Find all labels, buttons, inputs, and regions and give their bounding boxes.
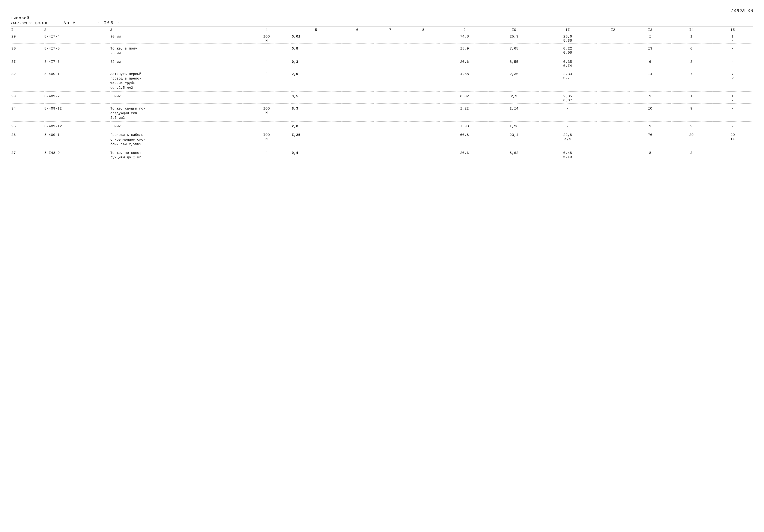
row-num: 32: [11, 71, 44, 91]
proekt-label: проект: [33, 21, 51, 25]
row-spacer: [11, 69, 753, 71]
th-col13: I3: [630, 27, 671, 33]
row-col10: 23,4: [489, 132, 539, 148]
row-col9: 6,02: [440, 93, 489, 103]
row-desc: То же, в полу25 мм: [110, 46, 242, 57]
row-col7: [374, 106, 407, 121]
row-code: 8-409-2: [44, 93, 110, 103]
row-col9: I5,9: [440, 46, 489, 57]
row-desc: То же, каждый по-следующий сеч.2,5 мм2: [110, 106, 242, 121]
row-col15: -: [712, 123, 753, 130]
table-row: 378-I48-9То же, по конст-рукциям до I кг…: [11, 150, 753, 161]
th-col9: 9: [440, 27, 489, 33]
row-col7: [374, 150, 407, 161]
th-col10: IO: [489, 27, 539, 33]
row-num: 33: [11, 93, 44, 103]
table-row: 358-409-I26 мм2"2,0I,38I,26-33-: [11, 123, 753, 130]
row-desc: То же, по конст-рукциям до I кг: [110, 150, 242, 161]
row-desc: 6 мм2: [110, 123, 242, 130]
tipo-sub-label: 214-1-309.85: [11, 21, 32, 25]
th-col7: 7: [374, 27, 407, 33]
th-col6: 6: [341, 27, 374, 33]
row-col11: 0,480,I9: [539, 150, 596, 161]
row-col12: [597, 150, 630, 161]
row-col13: 76: [630, 132, 671, 148]
row-col14: 3: [671, 59, 712, 69]
row-col15: -: [712, 59, 753, 69]
row-desc: Затянуть первыйпровод в прело-женные тру…: [110, 71, 242, 91]
row-col10: 8,62: [489, 150, 539, 161]
th-col5: 5: [291, 27, 341, 33]
row-col13: 3: [630, 123, 671, 130]
row-col5: 2,0: [291, 123, 341, 130]
row-desc: 6 мм2: [110, 93, 242, 103]
row-col5: 2,9: [291, 71, 341, 91]
row-col5: 0,8: [291, 46, 341, 57]
header-block: Типовой 214-1-309.85 проект Аа У - I65 -: [11, 16, 753, 25]
row-col14: 9: [671, 106, 712, 121]
row-code: 8-409-II: [44, 106, 110, 121]
row-col12: [597, 71, 630, 91]
row-col15: -: [712, 150, 753, 161]
tipo-block: Типовой 214-1-309.85: [11, 16, 32, 25]
row-col6: [341, 106, 374, 121]
table-row: 368-400-IПроложить кабельс креплением ск…: [11, 132, 753, 148]
row-col11: 0,350,I4: [539, 59, 596, 69]
row-desc: 32 мм: [110, 59, 242, 69]
row-col13: 3: [630, 93, 671, 103]
row-unit: ": [242, 71, 291, 91]
row-col8: [407, 150, 440, 161]
th-col12: I2: [597, 27, 630, 33]
row-code: 8-409-I2: [44, 123, 110, 130]
row-col8: [407, 59, 440, 69]
row-col8: [407, 132, 440, 148]
row-col5: 0,5: [291, 93, 341, 103]
table-row: 338-409-26 мм2"0,56,022,92,850,873II-: [11, 93, 753, 103]
row-col11: 26,68,38: [539, 34, 596, 44]
row-desc: Проложить кабельс креплением ско-бами се…: [110, 132, 242, 148]
row-col10: 2,36: [489, 71, 539, 91]
row-col7: [374, 59, 407, 69]
row-col10: 8,55: [489, 59, 539, 69]
row-num: 34: [11, 106, 44, 121]
row-num: 35: [11, 123, 44, 130]
table-row: 308-4I7-5То же, в полу25 мм"0,8I5,97,650…: [11, 46, 753, 57]
row-col6: [341, 150, 374, 161]
th-col4: 4: [242, 27, 291, 33]
row-col8: [407, 71, 440, 91]
row-col15: I-: [712, 34, 753, 44]
row-col10: I,26: [489, 123, 539, 130]
row-col15: -: [712, 106, 753, 121]
row-col9: 60,8: [440, 132, 489, 148]
row-col15: -: [712, 46, 753, 57]
row-spacer: [11, 130, 753, 132]
th-col15: I5: [712, 27, 753, 33]
row-col6: [341, 123, 374, 130]
row-col9: 20,6: [440, 59, 489, 69]
row-col9: I,38: [440, 123, 489, 130]
th-col11: II: [539, 27, 596, 33]
row-col5: 8,3: [291, 106, 341, 121]
row-col8: [407, 93, 440, 103]
row-col14: 7: [671, 71, 712, 91]
th-col2: 2: [44, 27, 110, 33]
row-col11: -: [539, 123, 596, 130]
row-col13: IO: [630, 106, 671, 121]
row-col12: [597, 93, 630, 103]
row-col14: 6: [671, 46, 712, 57]
row-col5: I,25: [291, 132, 341, 148]
row-code: 8-400-I: [44, 132, 110, 148]
table-row: 348-409-IIТо же, каждый по-следующий сеч…: [11, 106, 753, 121]
row-col9: 20,6: [440, 150, 489, 161]
row-unit: ": [242, 59, 291, 69]
row-col10: 7,65: [489, 46, 539, 57]
tipo-main-label: Типовой: [11, 16, 32, 21]
row-unit: IOOМ: [242, 132, 291, 148]
table-row: 3I8-4I7-632 мм"0,320,68,550,350,I463-: [11, 59, 753, 69]
row-spacer: [11, 57, 753, 59]
row-col12: [597, 46, 630, 57]
row-col12: [597, 123, 630, 130]
row-col8: [407, 106, 440, 121]
row-num: 36: [11, 132, 44, 148]
row-col15: I-: [712, 93, 753, 103]
